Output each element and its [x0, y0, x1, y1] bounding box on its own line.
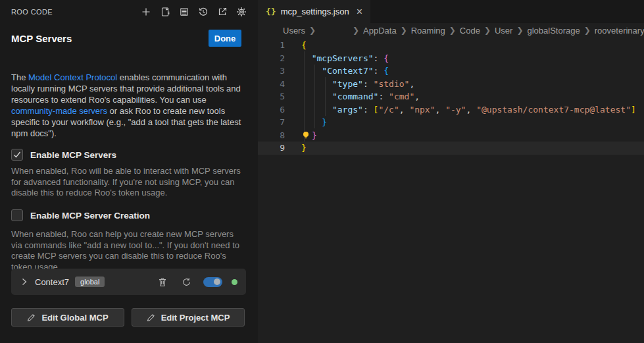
- code-line-1[interactable]: 1{: [258, 39, 644, 52]
- panel-header: ROO CODE: [11, 5, 249, 18]
- code-token: [301, 52, 312, 65]
- intro-link[interactable]: Model Context Protocol: [28, 72, 117, 82]
- breadcrumb-item[interactable]: AppData: [363, 26, 397, 36]
- line-number: 4: [258, 78, 285, 91]
- intro-link[interactable]: community-made servers: [11, 106, 107, 116]
- breadcrumb-separator: ❯: [401, 26, 407, 35]
- restart-server-icon[interactable]: [180, 276, 192, 288]
- breadcrumb-separator: ❯: [309, 26, 316, 35]
- breadcrumb-item[interactable]: Users: [283, 26, 305, 36]
- roo-code-panel: ROO CODE: [0, 0, 258, 343]
- breadcrumb-item[interactable]: User: [495, 26, 512, 36]
- code-token: :: [363, 103, 374, 117]
- plus-icon[interactable]: [139, 5, 153, 18]
- code-line-9[interactable]: 9}: [258, 142, 644, 155]
- line-content: "command": "cmd",: [301, 90, 420, 103]
- intro-text: The: [11, 72, 28, 82]
- app-window: ROO CODE: [0, 0, 644, 343]
- server-card-context7: Context7 global: [11, 269, 246, 295]
- code-token: {: [384, 52, 389, 65]
- code-token: {: [301, 39, 307, 52]
- code-token: }: [322, 116, 327, 129]
- editor-pane: {} mcp_settings.json × Users❯❯AppData❯Ro…: [258, 0, 644, 343]
- code-token: "Context7": [322, 65, 373, 78]
- line-number: 6: [258, 103, 285, 117]
- code-token: [301, 90, 332, 103]
- edit-global-mcp-label: Edit Global MCP: [41, 313, 108, 323]
- code-line-8[interactable]: 8}: [258, 129, 644, 142]
- code-line-5[interactable]: 5 "command": "cmd",: [258, 90, 644, 103]
- code-token: }: [301, 142, 307, 155]
- open-external-icon[interactable]: [215, 5, 230, 18]
- line-number: 7: [258, 116, 285, 129]
- code-token: "cmd": [389, 90, 414, 103]
- server-scope-badge: global: [75, 277, 105, 287]
- lightbulb-icon[interactable]: [301, 130, 312, 140]
- code-token: "npx": [409, 103, 435, 117]
- server-icon[interactable]: [177, 5, 191, 18]
- edit-project-mcp-button[interactable]: Edit Project MCP: [132, 308, 245, 327]
- server-enabled-toggle[interactable]: [203, 277, 222, 287]
- page-title: MCP Servers: [11, 33, 72, 44]
- chevron-right-icon[interactable]: [20, 277, 29, 287]
- code-line-6[interactable]: 6 "args": ["/c", "npx", "-y", "@upstash/…: [258, 103, 644, 117]
- enable-mcp-creation-checkbox[interactable]: [11, 209, 23, 221]
- edit-global-mcp-button[interactable]: Edit Global MCP: [11, 308, 124, 327]
- history-icon[interactable]: [196, 5, 211, 18]
- panel-header-icons: [139, 5, 249, 18]
- editor-tabbar: {} mcp_settings.json ×: [258, 0, 644, 23]
- breadcrumb-separator: ❯: [484, 26, 491, 35]
- notebook-icon[interactable]: [158, 5, 172, 18]
- code-line-3[interactable]: 3 "Context7": {: [258, 65, 644, 78]
- delete-server-icon[interactable]: [157, 276, 168, 288]
- code-token: :: [363, 78, 374, 91]
- enable-mcp-servers-row: Enable MCP Servers: [11, 149, 116, 161]
- enable-mcp-creation-description: When enabled, Roo can help you create ne…: [11, 229, 243, 273]
- breadcrumb: Users❯❯AppData❯Roaming❯Code❯User❯globalS…: [258, 23, 644, 38]
- server-name: Context7: [35, 277, 69, 287]
- breadcrumb-item[interactable]: Roaming: [411, 26, 445, 36]
- line-number: 8: [258, 129, 285, 142]
- code-area: 1{2 "mcpServers": {3 "Context7": {4 "typ…: [258, 38, 644, 155]
- line-content: }: [301, 142, 307, 155]
- toggle-knob: [214, 278, 220, 285]
- enable-mcp-servers-description: When enabled, Roo will be able to intera…: [11, 166, 243, 199]
- breadcrumb-item[interactable]: rooveterinaryinc.roo-cli: [595, 26, 644, 36]
- code-token: ,: [414, 90, 420, 103]
- pencil-icon: [27, 313, 36, 322]
- code-token: "args": [332, 103, 363, 117]
- enable-mcp-servers-checkbox[interactable]: [11, 149, 23, 161]
- code-token: {: [384, 65, 389, 78]
- code-token: :: [374, 52, 384, 65]
- panel-brand: ROO CODE: [11, 8, 53, 16]
- code-line-2[interactable]: 2 "mcpServers": {: [258, 52, 644, 65]
- done-button[interactable]: Done: [209, 30, 241, 47]
- breadcrumb-separator: ❯: [516, 26, 523, 35]
- server-status-dot: [232, 279, 237, 285]
- enable-mcp-servers-label: Enable MCP Servers: [30, 150, 116, 160]
- edit-project-mcp-label: Edit Project MCP: [161, 313, 230, 323]
- check-icon: [13, 151, 21, 159]
- code-token: "stdio": [374, 78, 410, 91]
- breadcrumb-item[interactable]: Code: [460, 26, 480, 36]
- title-row: MCP Servers Done: [11, 29, 241, 47]
- line-content: }: [301, 116, 327, 129]
- code-line-4[interactable]: 4 "type": "stdio",: [258, 78, 644, 91]
- tab-mcp-settings[interactable]: {} mcp_settings.json ×: [258, 0, 370, 23]
- breadcrumb-separator: ❯: [449, 26, 456, 35]
- breadcrumb-item[interactable]: globalStorage: [527, 26, 580, 36]
- pencil-icon: [147, 313, 155, 322]
- code-token: ,: [399, 103, 410, 117]
- code-token: :: [374, 65, 384, 78]
- code-token: }: [312, 129, 317, 142]
- code-token: "command": [332, 90, 378, 103]
- json-braces-icon: {}: [266, 7, 276, 16]
- code-line-7[interactable]: 7 }: [258, 116, 644, 129]
- line-content: "args": ["/c", "npx", "-y", "@upstash/co…: [301, 103, 636, 117]
- intro-paragraph: The Model Context Protocol enables commu…: [11, 72, 247, 139]
- code-token: ,: [466, 103, 477, 117]
- gear-icon[interactable]: [234, 5, 249, 18]
- tab-close-icon[interactable]: ×: [357, 7, 362, 17]
- code-token: ]: [631, 103, 636, 117]
- line-content: }: [301, 129, 317, 142]
